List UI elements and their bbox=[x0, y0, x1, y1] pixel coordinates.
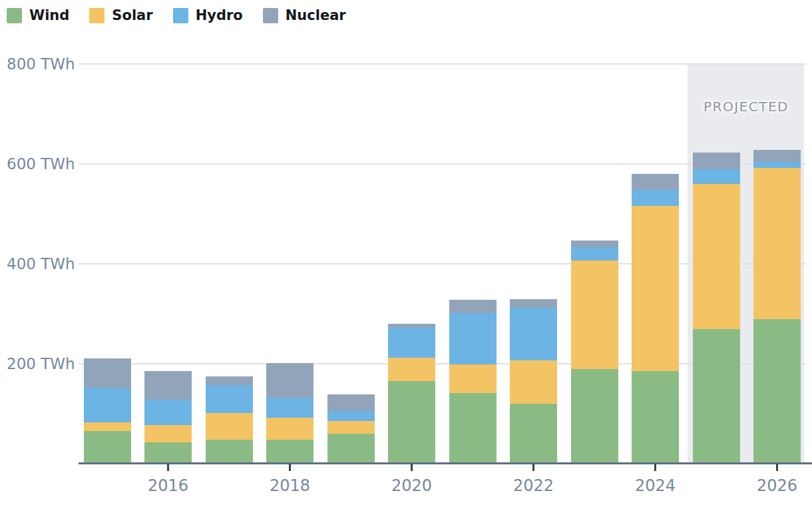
bar-segment-solar-2019[interactable] bbox=[327, 421, 375, 434]
bar-segment-nuclear-2022[interactable] bbox=[510, 299, 557, 308]
bar-segment-hydro-2023[interactable] bbox=[571, 247, 618, 260]
bar-segment-nuclear-2015[interactable] bbox=[84, 358, 131, 388]
bar-segment-nuclear-2021[interactable] bbox=[449, 300, 497, 313]
bar-segment-solar-2017[interactable] bbox=[206, 413, 253, 440]
bar-segment-hydro-2020[interactable] bbox=[388, 328, 435, 358]
x-axis-tick bbox=[411, 464, 413, 471]
bar-segment-hydro-2019[interactable] bbox=[327, 411, 375, 421]
bar-segment-wind-2021[interactable] bbox=[449, 393, 497, 464]
y-axis-label: 200 TWh bbox=[7, 356, 75, 372]
bar-segment-solar-2025[interactable] bbox=[693, 184, 740, 329]
x-axis-label: 2026 bbox=[737, 478, 812, 494]
x-axis-tick bbox=[654, 464, 656, 471]
bar-segment-solar-2020[interactable] bbox=[388, 358, 435, 381]
bar-segment-wind-2024[interactable] bbox=[632, 371, 679, 464]
x-axis-label: 2024 bbox=[616, 478, 696, 494]
y-axis-label: 800 TWh bbox=[7, 56, 75, 72]
x-axis-tick bbox=[167, 464, 169, 471]
bar-segment-nuclear-2018[interactable] bbox=[266, 363, 313, 398]
bar-segment-hydro-2022[interactable] bbox=[510, 308, 557, 361]
gridline bbox=[79, 63, 806, 65]
bar-segment-nuclear-2026[interactable] bbox=[753, 150, 801, 162]
bar-segment-solar-2016[interactable] bbox=[144, 425, 192, 442]
chart: WindSolarHydroNuclear 200 TWh400 TWh600 … bbox=[0, 0, 812, 505]
x-axis-tick bbox=[776, 464, 778, 471]
bar-segment-wind-2017[interactable] bbox=[206, 440, 253, 463]
x-axis-label: 2022 bbox=[494, 478, 574, 494]
bar-segment-solar-2018[interactable] bbox=[266, 418, 313, 440]
x-axis-tick bbox=[532, 464, 534, 471]
chart-plot: 200 TWh400 TWh600 TWh800 TWh201620182020… bbox=[0, 0, 812, 505]
bar-segment-solar-2026[interactable] bbox=[753, 168, 801, 319]
bar-segment-hydro-2024[interactable] bbox=[632, 190, 679, 205]
x-axis-line bbox=[79, 462, 812, 464]
bar-segment-hydro-2018[interactable] bbox=[266, 398, 313, 417]
x-axis-label: 2020 bbox=[372, 478, 452, 494]
x-axis-label: 2018 bbox=[250, 478, 330, 494]
bar-segment-wind-2023[interactable] bbox=[571, 369, 618, 464]
bar-segment-wind-2022[interactable] bbox=[510, 404, 557, 464]
bar-segment-solar-2024[interactable] bbox=[632, 206, 679, 371]
bar-segment-wind-2020[interactable] bbox=[388, 381, 435, 464]
x-axis-tick bbox=[289, 464, 291, 471]
bar-segment-nuclear-2016[interactable] bbox=[144, 371, 192, 400]
bar-segment-wind-2015[interactable] bbox=[84, 431, 131, 464]
bar-segment-wind-2018[interactable] bbox=[266, 440, 313, 464]
bar-segment-wind-2019[interactable] bbox=[327, 434, 375, 463]
bar-segment-hydro-2017[interactable] bbox=[206, 385, 253, 413]
projected-label: PROJECTED bbox=[686, 99, 806, 115]
bar-segment-nuclear-2019[interactable] bbox=[327, 394, 375, 411]
bar-segment-nuclear-2020[interactable] bbox=[388, 324, 435, 328]
bar-segment-hydro-2026[interactable] bbox=[753, 162, 801, 169]
bar-segment-solar-2015[interactable] bbox=[84, 422, 131, 431]
bar-segment-wind-2026[interactable] bbox=[753, 319, 801, 464]
bar-segment-solar-2021[interactable] bbox=[449, 364, 497, 393]
bar-segment-hydro-2021[interactable] bbox=[449, 313, 497, 364]
bar-segment-hydro-2015[interactable] bbox=[84, 388, 131, 423]
bar-segment-nuclear-2024[interactable] bbox=[632, 174, 679, 190]
bar-segment-nuclear-2025[interactable] bbox=[693, 153, 740, 169]
bar-segment-hydro-2025[interactable] bbox=[693, 169, 740, 185]
y-axis-label: 400 TWh bbox=[7, 256, 75, 272]
bar-segment-wind-2016[interactable] bbox=[144, 442, 192, 464]
bar-segment-solar-2022[interactable] bbox=[510, 360, 557, 404]
bar-segment-hydro-2016[interactable] bbox=[144, 400, 192, 425]
bar-segment-solar-2023[interactable] bbox=[571, 260, 618, 369]
x-axis-label: 2016 bbox=[128, 478, 208, 494]
bar-segment-nuclear-2017[interactable] bbox=[206, 376, 253, 385]
y-axis-label: 600 TWh bbox=[7, 156, 75, 172]
bar-segment-wind-2025[interactable] bbox=[693, 329, 740, 464]
bar-segment-nuclear-2023[interactable] bbox=[571, 241, 618, 247]
